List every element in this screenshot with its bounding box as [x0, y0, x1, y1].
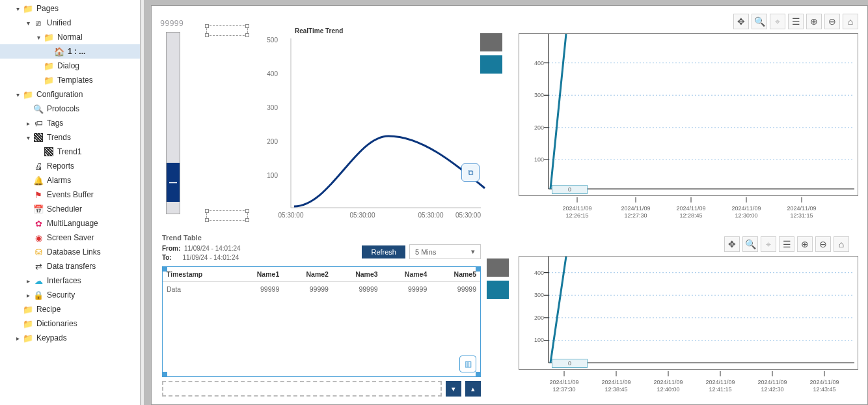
legend-block[interactable] [480, 33, 502, 74]
project-tree[interactable]: ▾ 📁 Pages ▾ ⎚ Unified ▾ 📁 Normal 🏠 1 : .… [0, 0, 141, 405]
tree-security[interactable]: ▸ 🔒 Security [0, 288, 140, 302]
legend-block[interactable] [487, 258, 509, 299]
tree-page-1[interactable]: 🏠 1 : ... [0, 44, 140, 59]
tree-templates[interactable]: 📁 Templates [0, 73, 140, 87]
tree-screen-saver[interactable]: ◉ Screen Saver [0, 230, 140, 245]
chevron-down-icon[interactable]: ▾ [34, 34, 43, 41]
tree-data-transfers[interactable]: ⇄ Data transfers [0, 259, 140, 273]
svg-text:100: 100 [534, 156, 544, 163]
zoom-icon[interactable]: 🔍 [752, 14, 767, 29]
history-trend-widget-1[interactable]: ✥ 🔍 ⌖ ☰ ⊕ ⊖ ⌂ 400 [516, 12, 861, 227]
svg-text:2024/11/0912:26:15: 2024/11/0912:26:15 [562, 205, 591, 219]
events-icon: ⚑ [33, 189, 44, 200]
tree-dialog[interactable]: 📁 Dialog [0, 59, 140, 73]
refresh-button[interactable]: Refresh [362, 245, 405, 258]
zoom-out-icon[interactable]: ⊖ [815, 236, 831, 252]
svg-text:400: 400 [267, 70, 278, 77]
folder-icon: 📁 [43, 61, 55, 71]
numeric-label-widget[interactable]: 99999 [159, 19, 184, 29]
tree-pages[interactable]: ▾ 📁 Pages [0, 1, 140, 16]
tree-reports[interactable]: 🖨 Reports [0, 159, 140, 173]
legend-icon[interactable]: ☰ [788, 14, 804, 29]
chevron-down-icon[interactable]: ▾ [23, 20, 33, 27]
svg-text:05:30:00: 05:30:00 [278, 212, 304, 219]
zoom-in-icon[interactable]: ⊕ [797, 236, 813, 252]
tree-label: Recipe [36, 305, 61, 314]
tree-interfaces[interactable]: ▸ ☁ Interfaces [0, 273, 140, 288]
svg-text:300: 300 [534, 292, 544, 298]
tree-tags[interactable]: ▸ 🏷 Tags [0, 116, 140, 130]
database-icon: ⛁ [33, 247, 44, 257]
folder-icon: 📁 [22, 318, 34, 329]
tags-icon: 🏷 [33, 118, 44, 128]
bargraph-widget[interactable]: — [166, 32, 180, 214]
realtime-trend-widget[interactable]: RealTime Trend 500 400 300 200 100 05:30… [206, 25, 486, 224]
chevron-down-icon[interactable]: ▾ [23, 134, 33, 141]
tree-label: Database Links [47, 247, 101, 257]
chevron-down-icon[interactable]: ▾ [13, 5, 22, 12]
zoom-in-icon[interactable]: ⊕ [806, 14, 822, 29]
zoom-icon[interactable]: 🔍 [742, 236, 758, 252]
cursor-icon[interactable]: ⌖ [761, 236, 776, 252]
chevron-down-icon[interactable]: ▾ [13, 91, 22, 98]
svg-text:300: 300 [534, 92, 544, 98]
tree-multilanguage[interactable]: ✿ MultiLanguage [0, 216, 140, 230]
history-trend-widget-2[interactable]: ✥ 🔍 ⌖ ☰ ⊕ ⊖ ⌂ 400 [516, 235, 861, 404]
tree-label: Tags [47, 119, 63, 128]
chevron-right-icon[interactable]: ▸ [23, 277, 33, 285]
svg-text:100: 100 [267, 172, 278, 179]
tree-configuration[interactable]: ▾ 📁 Configuration [0, 87, 140, 102]
copy-icon[interactable]: ⧉ [461, 163, 480, 182]
trend-table-grid[interactable]: Timestamp Name1 Name2 Name3 Name4 Name5 … [162, 266, 481, 377]
table-row[interactable]: Data 99999 99999 99999 99999 99999 [163, 282, 480, 297]
move-icon[interactable]: ✥ [733, 14, 749, 29]
tree-trend1[interactable]: Trend1 [0, 145, 140, 159]
tree-label: Templates [57, 76, 93, 85]
svg-text:200: 200 [267, 138, 278, 145]
bell-icon: 🔔 [33, 175, 44, 186]
protocols-icon: 🔍 [33, 104, 44, 114]
zoom-out-icon[interactable]: ⊖ [824, 14, 840, 29]
scroll-up-button[interactable]: ▴ [465, 381, 481, 397]
range-dropdown[interactable]: 5 Mins ▾ [409, 244, 481, 259]
home-icon[interactable]: ⌂ [843, 14, 858, 29]
scroll-down-button[interactable]: ▾ [446, 381, 461, 397]
expand-icon[interactable]: ▥ [459, 356, 476, 372]
svg-text:200: 200 [534, 124, 544, 131]
tree-label: Keypads [36, 333, 67, 342]
svg-text:2024/11/0912:27:30: 2024/11/0912:27:30 [621, 205, 650, 219]
tree-database-links[interactable]: ⛁ Database Links [0, 245, 140, 259]
chevron-right-icon[interactable]: ▸ [23, 120, 33, 127]
home-icon[interactable]: ⌂ [834, 236, 849, 252]
tree-keypads[interactable]: ▸ 📁 Keypads [0, 331, 140, 345]
tree-label: Screen Saver [47, 233, 94, 242]
svg-text:05:30:00: 05:30:00 [418, 212, 444, 219]
cursor-icon[interactable]: ⌖ [770, 14, 785, 29]
chevron-right-icon[interactable]: ▸ [23, 292, 33, 299]
folder-icon: 📁 [22, 333, 34, 343]
tree-scheduler[interactable]: 📅 Scheduler [0, 202, 140, 216]
tree-dictionaries[interactable]: 📁 Dictionaries [0, 316, 140, 331]
legend-icon[interactable]: ☰ [779, 236, 794, 252]
tree-protocols[interactable]: 🔍 Protocols [0, 102, 140, 116]
tree-normal[interactable]: ▾ 📁 Normal [0, 30, 140, 44]
move-icon[interactable]: ✥ [724, 236, 740, 252]
lock-icon: 🔒 [33, 290, 44, 300]
tree-events-buffer[interactable]: ⚑ Events Buffer [0, 188, 140, 202]
tree-trends[interactable]: ▾ Trends [0, 130, 140, 145]
tree-label: Pages [36, 4, 59, 13]
design-canvas[interactable]: 99999 — RealTime [151, 5, 868, 405]
tree-unified[interactable]: ▾ ⎚ Unified [0, 16, 140, 30]
printer-icon: 🖨 [33, 161, 44, 171]
home-icon: 🏠 [53, 46, 65, 57]
svg-text:2024/11/0912:41:15: 2024/11/0912:41:15 [705, 379, 735, 393]
placeholder-box[interactable] [162, 381, 442, 397]
trend-table-widget[interactable]: Trend Table From: 11/09/24 - 14:01:24 To… [162, 234, 481, 397]
tree-label: Security [47, 290, 75, 300]
interfaces-icon: ☁ [33, 275, 44, 286]
tree-alarms[interactable]: 🔔 Alarms [0, 173, 140, 188]
chevron-right-icon[interactable]: ▸ [13, 335, 22, 342]
svg-text:2024/11/0912:30:00: 2024/11/0912:30:00 [731, 205, 761, 219]
tree-label: Trends [47, 133, 71, 142]
tree-recipe[interactable]: 📁 Recipe [0, 302, 140, 316]
